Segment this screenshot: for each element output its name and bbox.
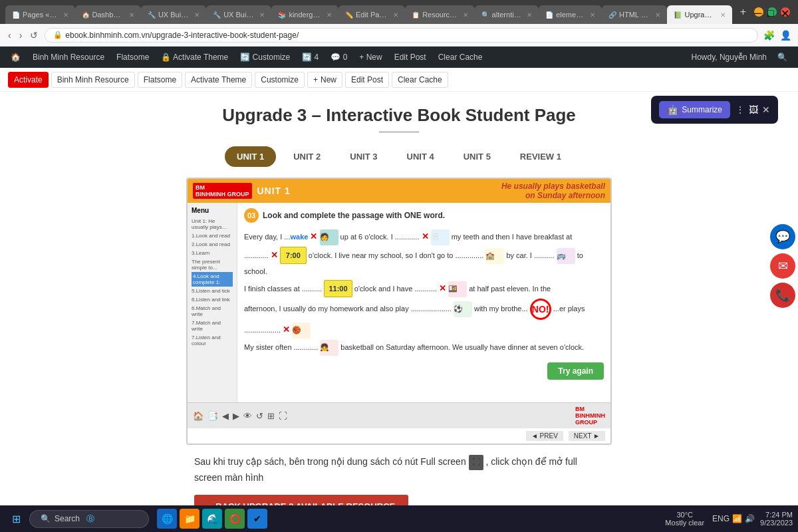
back-nav-button[interactable]: ‹ bbox=[5, 29, 14, 42]
taskbar-app-teams[interactable]: ✔ bbox=[247, 509, 267, 529]
book-frame-wrapper: BMBINHMINH GROUP UNIT 1 He usually plays… bbox=[186, 178, 612, 445]
sidebar-item-1[interactable]: 1.Look and read bbox=[192, 231, 233, 240]
no-badge: NO! bbox=[530, 299, 551, 320]
phone-button[interactable]: 📞 bbox=[770, 283, 795, 308]
email-button[interactable]: ✉ bbox=[770, 253, 795, 279]
book-unit-subtitle: He usually plays basketballon Sunday aft… bbox=[501, 182, 605, 200]
zalo-button[interactable]: 💬 bbox=[770, 224, 795, 249]
close-btn[interactable]: ✕ bbox=[781, 7, 790, 17]
browser-tab-4[interactable]: 📚kindergarte✕ bbox=[271, 5, 338, 24]
unit-tab-4[interactable]: UNIT 5 bbox=[452, 146, 503, 167]
exercise-number: 03 bbox=[244, 208, 259, 223]
wp-flatsome[interactable]: Flatsome bbox=[111, 50, 154, 65]
browser-tab-3[interactable]: 🔧UX Builder✕ bbox=[206, 5, 271, 24]
lang-indicator[interactable]: ENG bbox=[712, 514, 730, 523]
unit-tab-1[interactable]: UNIT 2 bbox=[281, 146, 332, 167]
maximize-btn[interactable]: □ bbox=[767, 7, 777, 17]
browser-tab-5[interactable]: ✏️Edit Page "✕ bbox=[338, 5, 405, 24]
fl-clear-cache[interactable]: Clear Cache bbox=[392, 72, 448, 88]
browser-tab-0[interactable]: 📄Pages « Bin✕ bbox=[5, 5, 75, 24]
wp-new[interactable]: + New bbox=[354, 50, 387, 65]
page-content: Upgrade 3 – Interactive Book Student Pag… bbox=[0, 92, 798, 505]
address-bar: ‹ › ↺ 🔒 ebook.binhminh.com.vn/upgrade-3-… bbox=[0, 24, 798, 47]
reload-button[interactable]: ↺ bbox=[27, 29, 41, 42]
sidebar-item-0[interactable]: Unit 1: He usually plays... bbox=[192, 217, 233, 231]
sidebar-item-10[interactable]: 7.Listen and colour bbox=[192, 333, 233, 348]
active-theme-btn[interactable]: Activate bbox=[8, 72, 49, 88]
url-input[interactable]: 🔒 ebook.binhminh.com.vn/upgrade-3-intera… bbox=[45, 28, 758, 43]
volume-icon[interactable]: 🔊 bbox=[745, 514, 755, 523]
wp-search[interactable]: 🔍 bbox=[772, 50, 793, 65]
forward-nav-button[interactable]: › bbox=[17, 29, 25, 42]
unit-tab-2[interactable]: UNIT 3 bbox=[338, 146, 389, 167]
summarize-button[interactable]: 🤖 Summarize bbox=[659, 101, 730, 118]
wp-updates[interactable]: 🔄 4 bbox=[297, 50, 324, 65]
taskbar-app-edge[interactable]: 🌊 bbox=[202, 509, 222, 529]
sidebar-item-2[interactable]: 2.Look and read bbox=[192, 240, 233, 249]
unit-tab-0[interactable]: UNIT 1 bbox=[225, 146, 276, 167]
sidebar-item-4[interactable]: The present simple to... bbox=[192, 257, 233, 272]
wp-customize[interactable]: 🔄 Customize bbox=[235, 50, 295, 65]
fl-edit-post[interactable]: Edit Post bbox=[345, 72, 389, 88]
wifi-icon[interactable]: 📶 bbox=[732, 514, 742, 523]
cross-5: ✕ bbox=[283, 325, 290, 334]
new-tab-button[interactable]: + bbox=[735, 6, 751, 18]
taskbar-search-box[interactable]: 🔍 Search Ⓑ bbox=[29, 510, 149, 528]
toolbar-grid-btn[interactable]: ⊞ bbox=[267, 411, 275, 421]
wp-clear-cache[interactable]: Clear Cache bbox=[433, 50, 488, 65]
search-icon: 🔍 bbox=[41, 514, 51, 523]
toolbar-bookmark-btn[interactable]: 📑 bbox=[207, 411, 218, 421]
toolbar-next-btn[interactable]: ▶ bbox=[233, 411, 239, 421]
sidebar-item-7[interactable]: 6.Listen and link bbox=[192, 295, 233, 304]
profile-btn[interactable]: 👤 bbox=[779, 29, 793, 42]
taskbar-app-files[interactable]: 📁 bbox=[180, 509, 200, 529]
wp-user[interactable]: Howdy, Nguyễn Minh bbox=[686, 50, 773, 65]
sum-close-btn[interactable]: ✕ bbox=[762, 104, 770, 115]
fl-flatsome[interactable]: Flatsome bbox=[138, 72, 182, 88]
toolbar-eye-btn[interactable]: 👁 bbox=[243, 411, 252, 421]
sidebar-item-3[interactable]: 3.Learn bbox=[192, 249, 233, 257]
cross-3: ✕ bbox=[271, 250, 278, 260]
sum-more-btn[interactable]: ⋮ bbox=[735, 104, 745, 115]
prev-page-btn[interactable]: ◄ PREV bbox=[526, 431, 563, 441]
start-button[interactable]: ⊞ bbox=[5, 508, 27, 529]
taskbar-time-display: 7:24 PM bbox=[760, 511, 793, 519]
sidebar-item-8[interactable]: 6.Match and write bbox=[192, 304, 233, 319]
toolbar-refresh-btn[interactable]: ↺ bbox=[256, 411, 263, 421]
toolbar-fullscreen-btn[interactable]: ⛶ bbox=[279, 411, 287, 421]
browser-tab-8[interactable]: 📄elementar✕ bbox=[539, 5, 602, 24]
instruction-text: Look and complete the passage with ONE w… bbox=[263, 211, 445, 220]
extensions-btn[interactable]: 🧩 bbox=[762, 29, 776, 42]
toolbar-prev-btn[interactable]: ◀ bbox=[222, 411, 229, 421]
sidebar-item-9[interactable]: 7.Match and write bbox=[192, 319, 233, 333]
minimize-btn[interactable]: ─ bbox=[754, 7, 763, 17]
sum-image-btn[interactable]: 🖼 bbox=[749, 104, 758, 115]
browser-tab-10[interactable]: 📗Upgrade 3✕ bbox=[667, 5, 732, 24]
back-resource-button[interactable]: ‹ BACK UPGRADE 3 AVAILABLE RESOURCE bbox=[194, 495, 408, 505]
img-boy: 🧑 bbox=[320, 229, 338, 245]
browser-tab-9[interactable]: 🔗HTML Link✕ bbox=[602, 5, 667, 24]
fl-site-name[interactable]: Binh Minh Resource bbox=[51, 72, 135, 88]
taskbar-app-chrome[interactable]: ⭕ bbox=[225, 509, 245, 529]
unit-tab-3[interactable]: UNIT 4 bbox=[395, 146, 446, 167]
next-page-btn[interactable]: NEXT ► bbox=[569, 431, 605, 441]
fl-activate-theme[interactable]: Activate Theme bbox=[185, 72, 252, 88]
wp-activate[interactable]: 🔒 Activate Theme bbox=[156, 50, 233, 65]
wp-site-name[interactable]: Binh Minh Resource bbox=[27, 50, 110, 65]
browser-tab-1[interactable]: 🏠Dashboard✕ bbox=[75, 5, 141, 24]
wp-logo[interactable]: 🏠 bbox=[5, 50, 26, 65]
fl-new[interactable]: + New bbox=[307, 72, 342, 88]
wp-comments[interactable]: 💬 0 bbox=[325, 50, 352, 65]
weather-widget: 30°C Mostly clear bbox=[665, 511, 704, 527]
fl-customize[interactable]: Customize bbox=[255, 72, 305, 88]
wp-edit-post[interactable]: Edit Post bbox=[389, 50, 432, 65]
browser-tab-2[interactable]: 🔧UX Builder✕ bbox=[141, 5, 206, 24]
unit-tab-5[interactable]: REVIEW 1 bbox=[508, 146, 573, 167]
taskbar-app-browser[interactable]: 🌐 bbox=[157, 509, 177, 529]
sidebar-item-6[interactable]: 5.Listen and tick bbox=[192, 287, 233, 295]
browser-tab-7[interactable]: 🔍alterntive t✕ bbox=[475, 5, 539, 24]
browser-tab-6[interactable]: 📋Resource M✕ bbox=[405, 5, 474, 24]
toolbar-home-btn[interactable]: 🏠 bbox=[193, 411, 203, 421]
try-again-button[interactable]: Try again bbox=[547, 362, 604, 380]
sidebar-item-5[interactable]: 4.Look and complete 1: bbox=[192, 272, 233, 287]
